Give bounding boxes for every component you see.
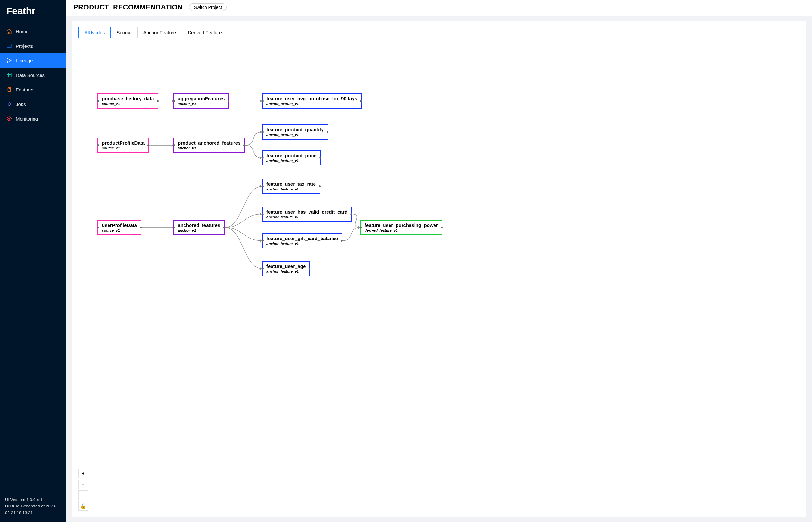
port-out-icon — [157, 100, 159, 102]
port-out-icon — [243, 144, 245, 146]
node-subtitle: anchor_feature_v1 — [266, 215, 348, 219]
node-title: feature_user_has_valid_credit_card — [266, 209, 348, 215]
projects-icon — [6, 43, 12, 49]
sidebar-item-label: Home — [16, 29, 28, 34]
node-subtitle: anchor_feature_v1 — [266, 187, 316, 191]
node-subtitle: source_v1 — [102, 146, 145, 150]
sidebar-item-label: Lineage — [16, 58, 33, 63]
port-out-icon — [341, 240, 343, 242]
lineage-icon — [6, 58, 12, 63]
node-title: feature_user_avg_purchase_for_90days — [266, 96, 357, 101]
features-icon — [6, 87, 12, 93]
svg-point-2 — [7, 62, 8, 63]
port-out-icon — [223, 226, 225, 228]
node-feature_user_age[interactable]: feature_user_ageanchor_feature_v1 — [262, 261, 310, 276]
svg-point-3 — [11, 60, 12, 61]
home-icon — [6, 28, 12, 34]
port-in-icon — [97, 144, 99, 146]
sidebar-item-monitoring[interactable]: Monitoring — [0, 112, 66, 126]
node-title: feature_user_tax_rate — [266, 181, 316, 187]
edge-anchored_features-to-feature_user_gift_card_balance — [225, 227, 262, 241]
svg-rect-0 — [7, 44, 12, 48]
node-title: feature_user_age — [266, 263, 306, 269]
node-purchase_history_data[interactable]: purchase_history_datasource_v1 — [97, 93, 158, 108]
sidebar-item-label: Data Sources — [16, 73, 45, 78]
sidebar-item-label: Projects — [16, 43, 33, 49]
port-in-icon — [97, 100, 99, 102]
tab-derived-feature[interactable]: Derived Feature — [182, 27, 228, 38]
sidebar-item-jobs[interactable]: Jobs — [0, 97, 66, 112]
fit-button[interactable]: ⛶ — [78, 490, 88, 500]
port-out-icon — [319, 157, 321, 159]
node-feature_user_tax_rate[interactable]: feature_user_tax_rateanchor_feature_v1 — [262, 179, 320, 194]
node-feature_user_purchasing_power[interactable]: feature_user_purchasing_powerderived_fea… — [360, 220, 442, 235]
node-title: product_anchored_features — [178, 140, 240, 145]
port-out-icon — [441, 226, 443, 228]
node-subtitle: anchor_feature_v1 — [266, 242, 338, 245]
switch-project-button[interactable]: Switch Project — [189, 3, 226, 11]
lineage-panel: All NodesSourceAnchor FeatureDerived Fea… — [72, 21, 806, 517]
node-subtitle: anchor_feature_v1 — [266, 269, 306, 273]
port-in-icon — [97, 226, 99, 228]
edge-feature_user_gift_card_balance-to-feature_user_purchasing_power — [342, 227, 360, 241]
node-productProfileData[interactable]: productProfileDatasource_v1 — [97, 138, 149, 153]
node-subtitle: source_v1 — [102, 228, 137, 232]
port-out-icon — [319, 185, 320, 187]
edge-product_anchored_features-to-feature_product_quantity — [245, 132, 262, 145]
sidebar-footer: UI Version: 1.0.0-rc1 UI Build Generated… — [0, 492, 66, 522]
port-out-icon — [326, 131, 329, 133]
node-title: anchored_features — [178, 222, 220, 228]
node-feature_user_gift_card_balance[interactable]: feature_user_gift_card_balanceanchor_fea… — [262, 233, 342, 248]
edge-anchored_features-to-feature_user_age — [225, 227, 262, 268]
zoom-in-button[interactable]: + — [78, 469, 88, 478]
node-subtitle: anchor_feature_v1 — [266, 133, 324, 137]
port-out-icon — [350, 213, 352, 215]
port-in-icon — [262, 100, 263, 102]
port-in-icon — [173, 100, 175, 102]
port-in-icon — [360, 226, 362, 228]
sidebar-item-home[interactable]: Home — [0, 24, 66, 39]
node-type-tabs: All NodesSourceAnchor FeatureDerived Fea… — [78, 27, 799, 38]
tab-source[interactable]: Source — [111, 27, 138, 38]
port-in-icon — [262, 157, 263, 159]
node-product_anchored_features[interactable]: product_anchored_featuresanchor_v1 — [173, 138, 245, 153]
lock-button[interactable]: 🔒 — [78, 501, 88, 510]
sidebar-item-projects[interactable]: Projects — [0, 39, 66, 53]
tab-all-nodes[interactable]: All Nodes — [78, 27, 111, 38]
node-title: feature_user_gift_card_balance — [266, 236, 338, 241]
sidebar-item-features[interactable]: Features — [0, 82, 66, 97]
svg-point-6 — [8, 118, 10, 120]
node-feature_product_quantity[interactable]: feature_product_quantityanchor_feature_v… — [262, 124, 328, 140]
node-subtitle: anchor_v1 — [178, 102, 225, 106]
graph-canvas[interactable]: purchase_history_datasource_v1aggregatio… — [78, 43, 799, 510]
edge-anchored_features-to-feature_user_tax_rate — [225, 186, 262, 227]
node-title: feature_user_purchasing_power — [364, 222, 438, 228]
node-feature_user_avg_purchase_for_90days[interactable]: feature_user_avg_purchase_for_90daysanch… — [262, 93, 362, 108]
edge-anchored_features-to-feature_user_has_valid_credit_card — [225, 214, 262, 227]
node-title: feature_product_quantity — [266, 127, 324, 132]
node-userProfileData[interactable]: userProfileDatasource_v1 — [97, 220, 141, 235]
port-in-icon — [262, 268, 263, 269]
svg-rect-5 — [8, 87, 11, 92]
port-in-icon — [262, 213, 263, 215]
node-feature_user_has_valid_credit_card[interactable]: feature_user_has_valid_credit_cardanchor… — [262, 206, 352, 222]
node-subtitle: anchor_v1 — [178, 228, 220, 232]
sidebar-item-lineage[interactable]: Lineage — [0, 53, 66, 68]
sidebar-item-data-sources[interactable]: Data Sources — [0, 68, 66, 82]
jobs-icon — [6, 101, 12, 107]
port-out-icon — [227, 100, 230, 102]
port-in-icon — [262, 185, 263, 187]
node-feature_product_price[interactable]: feature_product_priceanchor_feature_v1 — [262, 150, 321, 165]
tab-anchor-feature[interactable]: Anchor Feature — [137, 27, 182, 38]
node-aggregationFeatures[interactable]: aggregationFeaturesanchor_v1 — [173, 93, 229, 108]
zoom-controls: + − ⛶ 🔒 — [78, 469, 88, 510]
edge-feature_user_has_valid_credit_card-to-feature_user_purchasing_power — [352, 214, 360, 227]
port-in-icon — [262, 131, 263, 133]
project-title: PRODUCT_RECOMMENDATION — [74, 3, 183, 12]
ui-build-text: UI Build Generated at 2023-02-21 18:13:2… — [5, 503, 61, 516]
node-anchored_features[interactable]: anchored_featuresanchor_v1 — [173, 220, 225, 235]
port-out-icon — [147, 144, 150, 146]
sidebar-item-label: Features — [16, 87, 35, 93]
node-title: feature_product_price — [266, 153, 316, 158]
zoom-out-button[interactable]: − — [78, 480, 88, 489]
